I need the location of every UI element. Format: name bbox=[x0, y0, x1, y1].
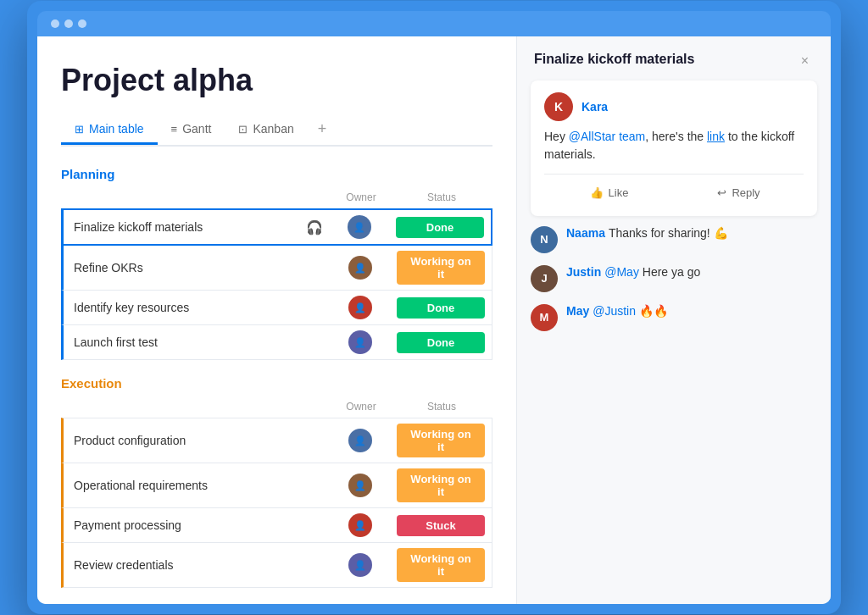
task-name: Refine OKRs bbox=[64, 252, 331, 283]
chat-icon[interactable]: 🎧 bbox=[299, 219, 330, 235]
reply-author: Naama bbox=[566, 226, 605, 240]
task-status: Working on it bbox=[390, 463, 492, 507]
status-badge: Done bbox=[397, 297, 485, 319]
like-button[interactable]: 👍 Like bbox=[544, 181, 674, 204]
task-status: Working on it bbox=[390, 246, 492, 290]
task-row[interactable]: Payment processing 👤 Stuck bbox=[61, 507, 492, 543]
window-dot-1 bbox=[51, 19, 59, 28]
task-name: Operational requirements bbox=[64, 470, 331, 501]
task-status: Stuck bbox=[390, 510, 492, 541]
may-avatar: M bbox=[531, 304, 558, 331]
reply-author: May bbox=[566, 304, 589, 318]
kanban-icon: ⊡ bbox=[238, 123, 248, 136]
gantt-icon: ≡ bbox=[171, 123, 178, 136]
reply-content: May@Justin 🔥🔥 bbox=[566, 304, 668, 318]
task-row[interactable]: Review credentials 👤 Working on it bbox=[61, 542, 492, 588]
close-button[interactable]: × bbox=[796, 52, 814, 70]
avatar: 👤 bbox=[348, 256, 372, 280]
status-badge: Done bbox=[397, 332, 485, 353]
avatar: 👤 bbox=[348, 513, 372, 537]
reply-content: Justin@May Here ya go bbox=[566, 265, 700, 279]
reply-item: M May@Justin 🔥🔥 bbox=[531, 304, 817, 331]
execution-table-header: Owner Status bbox=[61, 397, 492, 416]
planning-section-label: Planning bbox=[61, 167, 492, 181]
task-owner: 👤 bbox=[331, 325, 390, 359]
task-row[interactable]: Launch first test 👤 Done bbox=[61, 324, 492, 360]
owner-col-label: Owner bbox=[331, 191, 391, 203]
task-owner: 👤 bbox=[331, 468, 390, 502]
task-owner: 👤 bbox=[331, 548, 390, 582]
status-badge: Working on it bbox=[397, 548, 485, 582]
status-badge: Working on it bbox=[397, 251, 485, 285]
comment-author-name: Kara bbox=[581, 100, 608, 114]
status-badge: Stuck bbox=[397, 515, 485, 536]
comment-actions: 👍 Like ↩ Reply bbox=[544, 174, 804, 204]
comment-card: K Kara Hey @AllStar team, here's the lin… bbox=[531, 80, 817, 216]
avatar: 👤 bbox=[348, 474, 372, 497]
right-panel-title: Finalize kickoff materials bbox=[534, 52, 796, 67]
task-name: Payment processing bbox=[64, 510, 331, 540]
task-status: Done bbox=[390, 292, 492, 324]
reply-text: 🔥🔥 bbox=[636, 304, 668, 318]
task-owner: 👤 bbox=[331, 508, 390, 542]
task-status: Done bbox=[390, 327, 492, 358]
reply-item: J Justin@May Here ya go bbox=[531, 265, 817, 292]
reply-item: N NaamaThanks for sharing! 💪 bbox=[531, 226, 817, 253]
task-name: Launch first test bbox=[64, 327, 331, 357]
task-status: Done bbox=[389, 212, 491, 243]
browser-content: Project alpha ⊞ Main table ≡ Gantt ⊡ Kan… bbox=[37, 36, 831, 605]
task-owner: 👤 bbox=[330, 210, 389, 244]
task-name: Product configuration bbox=[64, 425, 331, 456]
tab-gantt[interactable]: ≡ Gantt bbox=[158, 115, 225, 145]
task-name: Finalize kickoff materials bbox=[64, 212, 299, 242]
execution-section-label: Execution bbox=[61, 376, 492, 391]
add-tab-button[interactable]: + bbox=[308, 114, 337, 145]
justin-avatar: J bbox=[531, 265, 558, 292]
task-name: Review credentials bbox=[64, 550, 331, 580]
left-panel: Project alpha ⊞ Main table ≡ Gantt ⊡ Kan… bbox=[37, 36, 517, 605]
task-row[interactable]: Refine OKRs 👤 Working on it bbox=[61, 245, 492, 291]
window-dot-3 bbox=[78, 19, 86, 28]
avatar: 👤 bbox=[348, 296, 372, 319]
reply-text: Thanks for sharing! 💪 bbox=[609, 226, 728, 240]
mention-justin[interactable]: @Justin bbox=[593, 304, 636, 318]
planning-table-header: Owner Status bbox=[61, 188, 492, 207]
like-label: Like bbox=[609, 186, 629, 199]
task-name: Identify key resources bbox=[64, 292, 331, 323]
mention-allstar[interactable]: @AllStar team bbox=[569, 130, 645, 143]
task-status: Working on it bbox=[390, 418, 492, 463]
right-panel-header: Finalize kickoff materials × bbox=[517, 36, 831, 80]
task-owner: 👤 bbox=[331, 424, 390, 457]
exec-owner-col-label: Owner bbox=[331, 401, 391, 413]
task-row[interactable]: Identify key resources 👤 Done bbox=[61, 290, 492, 325]
right-panel: Finalize kickoff materials × K Kara Hey … bbox=[517, 36, 831, 605]
task-row[interactable]: Finalize kickoff materials 🎧 👤 Done bbox=[61, 208, 492, 246]
avatar: 👤 bbox=[348, 553, 372, 577]
exec-status-col-label: Status bbox=[391, 401, 492, 413]
status-badge: Working on it bbox=[397, 424, 485, 457]
window-dot-2 bbox=[64, 19, 73, 28]
reply-text: Here ya go bbox=[639, 265, 700, 279]
reply-button[interactable]: ↩ Reply bbox=[674, 181, 804, 204]
avatar: 👤 bbox=[348, 215, 371, 239]
tab-main-table[interactable]: ⊞ Main table bbox=[61, 115, 158, 145]
comment-text: Hey @AllStar team, here's the link to th… bbox=[544, 128, 804, 163]
reply-label: Reply bbox=[732, 186, 760, 199]
status-badge: Done bbox=[396, 217, 484, 238]
mention-may[interactable]: @May bbox=[604, 265, 639, 279]
task-owner: 👤 bbox=[331, 251, 390, 285]
task-row[interactable]: Product configuration 👤 Working on it bbox=[61, 418, 492, 463]
reply-author: Justin bbox=[566, 265, 601, 279]
main-table-icon: ⊞ bbox=[75, 123, 84, 136]
task-row[interactable]: Operational requirements 👤 Working on it bbox=[61, 463, 492, 508]
task-owner: 👤 bbox=[331, 291, 390, 324]
browser-window: Project alpha ⊞ Main table ≡ Gantt ⊡ Kan… bbox=[27, 1, 841, 615]
comment-author-row: K Kara bbox=[544, 92, 804, 121]
reply-icon: ↩ bbox=[717, 186, 726, 199]
reply-list: N NaamaThanks for sharing! 💪 J Justin@Ma… bbox=[517, 226, 831, 331]
reply-content: NaamaThanks for sharing! 💪 bbox=[566, 226, 728, 240]
tab-kanban[interactable]: ⊡ Kanban bbox=[225, 115, 307, 145]
comment-link[interactable]: link bbox=[707, 130, 725, 143]
project-title: Project alpha bbox=[61, 64, 492, 97]
tab-main-table-label: Main table bbox=[89, 122, 144, 136]
